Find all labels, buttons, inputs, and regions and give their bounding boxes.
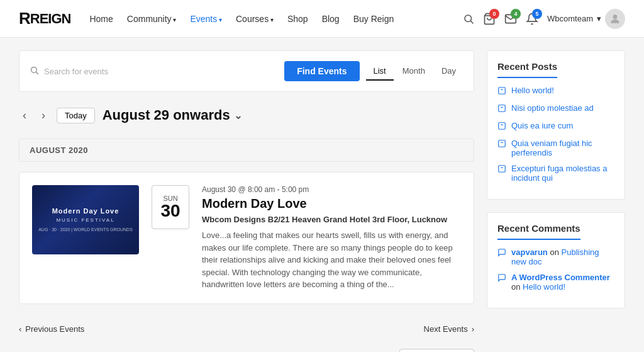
- next-events-label: Next Events: [424, 324, 468, 334]
- svg-point-3: [613, 14, 618, 19]
- next-arrow-icon: ›: [472, 324, 474, 334]
- cart-badge: 0: [489, 9, 499, 19]
- search-placeholder[interactable]: Search for events: [44, 67, 108, 76]
- recent-comments-box: Recent Comments vapvarun on Publishing n…: [487, 212, 625, 309]
- period-text: August 29 onwards: [103, 107, 230, 123]
- post-label: Quia veniam fugiat hic perferendis: [511, 139, 614, 157]
- view-tabs: List Month Day: [366, 62, 464, 81]
- post-icon: [497, 164, 506, 175]
- comments-list: vapvarun on Publishing new doc A WordPre…: [497, 247, 614, 292]
- comment-connector: on: [550, 247, 561, 257]
- recent-posts-title: Recent Posts: [497, 61, 557, 78]
- comment-text: A WordPress Commenter on Hello world!: [511, 273, 614, 292]
- comment-text: vapvarun on Publishing new doc: [511, 247, 614, 266]
- prev-arrow-button[interactable]: ‹: [19, 108, 30, 123]
- prev-events-label: Previous Events: [25, 324, 84, 334]
- search-button[interactable]: [463, 13, 474, 25]
- comment-item: vapvarun on Publishing new doc: [497, 247, 614, 266]
- tab-list[interactable]: List: [366, 62, 394, 81]
- comment-icon: [497, 248, 506, 259]
- user-avatar: [605, 9, 625, 29]
- post-icon: [497, 122, 506, 132]
- period-label: August 29 onwards ⌄: [103, 107, 242, 123]
- sidebar: Recent Posts Hello world! Nisi optio mol…: [487, 50, 625, 352]
- event-image-date: AUG · 30 · 2020 | WORLD EVENTS GROUNDS: [38, 227, 133, 232]
- event-venue-name[interactable]: Wbcom Designs: [202, 215, 265, 224]
- messages-button[interactable]: 4: [504, 13, 517, 25]
- prev-events-button[interactable]: ‹ Previous Events: [19, 324, 84, 334]
- event-image-subtitle: MUSIC FESTIVAL: [56, 217, 114, 223]
- tab-month[interactable]: Month: [395, 62, 433, 81]
- post-icon: [497, 86, 506, 97]
- post-icon: [497, 104, 506, 115]
- comment-author[interactable]: A WordPress Commenter: [511, 273, 610, 282]
- pagination: ‹ Previous Events Next Events ›: [19, 314, 474, 344]
- nav-blog[interactable]: Blog: [322, 14, 340, 24]
- export-wrap: Export Events: [19, 344, 474, 353]
- svg-line-5: [36, 72, 38, 74]
- nav-home[interactable]: Home: [89, 14, 113, 24]
- events-toolbar: Search for events Find Events List Month…: [19, 50, 474, 92]
- post-link[interactable]: Hello world!: [497, 86, 614, 97]
- event-title[interactable]: Modern Day Love: [202, 196, 461, 211]
- event-image: Modern Day Love MUSIC FESTIVAL AUG · 30 …: [32, 185, 139, 254]
- recent-posts-box: Recent Posts Hello world! Nisi optio mol…: [487, 50, 625, 200]
- site-header: RREIGN Home Community Events Courses Sho…: [0, 0, 644, 38]
- search-icon: [30, 65, 39, 77]
- comment-icon: [497, 273, 506, 284]
- recent-comments-title: Recent Comments: [497, 223, 580, 240]
- user-label: Wbcomteam: [547, 14, 593, 23]
- post-icon: [497, 139, 506, 150]
- comment-item: A WordPress Commenter on Hello world!: [497, 273, 614, 292]
- next-arrow-button[interactable]: ›: [38, 108, 49, 123]
- post-label: Nisi optio molestiae ad: [511, 103, 594, 113]
- nav-shop[interactable]: Shop: [287, 14, 308, 24]
- post-link[interactable]: Quia veniam fugiat hic perferendis: [497, 139, 614, 157]
- event-date-box: SUN 30: [152, 185, 189, 229]
- post-link[interactable]: Quis ea iure cum: [497, 121, 614, 132]
- event-venue: Wbcom Designs B2/21 Heaven Grand Hotel 3…: [202, 215, 461, 224]
- nav-courses[interactable]: Courses: [236, 14, 274, 24]
- bell-button[interactable]: 5: [526, 13, 538, 25]
- nav-controls: ‹ › Today August 29 onwards ⌄: [19, 102, 474, 128]
- period-dropdown-icon[interactable]: ⌄: [234, 110, 242, 122]
- cart-button[interactable]: 0: [483, 13, 496, 25]
- event-info: August 30 @ 8:00 am - 5:00 pm Modern Day…: [202, 185, 461, 291]
- svg-point-4: [31, 67, 37, 73]
- nav-events[interactable]: Events: [190, 14, 222, 24]
- event-venue-address: B2/21 Heaven Grand Hotel 3rd Floor, Luck…: [268, 215, 447, 224]
- prev-arrow-icon: ‹: [19, 324, 21, 334]
- main-nav: Home Community Events Courses Shop Blog …: [89, 14, 394, 24]
- tab-day[interactable]: Day: [434, 62, 464, 81]
- post-link[interactable]: Excepturi fuga molestias a incidunt qui: [497, 164, 614, 183]
- user-menu[interactable]: Wbcomteam ▾: [547, 9, 625, 29]
- post-label: Excepturi fuga molestias a incidunt qui: [511, 164, 614, 183]
- nav-community[interactable]: Community: [127, 14, 177, 24]
- comment-post[interactable]: Hello world!: [523, 282, 565, 292]
- find-events-button[interactable]: Find Events: [284, 61, 359, 81]
- event-day: 30: [160, 202, 180, 220]
- event-card: Modern Day Love MUSIC FESTIVAL AUG · 30 …: [19, 172, 474, 304]
- messages-badge: 4: [511, 9, 521, 19]
- post-link[interactable]: Nisi optio molestiae ad: [497, 103, 614, 115]
- today-button[interactable]: Today: [57, 108, 95, 123]
- nav-buy-reign[interactable]: Buy Reign: [353, 14, 394, 24]
- site-logo[interactable]: RREIGN: [19, 9, 70, 28]
- bell-badge: 5: [532, 9, 542, 19]
- month-header: AUGUST 2020: [19, 139, 474, 162]
- user-chevron-icon: ▾: [597, 14, 601, 23]
- post-label: Hello world!: [511, 86, 554, 95]
- export-events-button[interactable]: Export Events: [399, 349, 474, 353]
- svg-point-0: [465, 15, 472, 22]
- event-description: Love...a feeling that makes our hearts s…: [202, 229, 461, 291]
- search-box: Search for events: [30, 65, 274, 77]
- comment-author[interactable]: vapvarun: [511, 247, 548, 257]
- main-content: Search for events Find Events List Month…: [19, 50, 474, 352]
- event-time: August 30 @ 8:00 am - 5:00 pm: [202, 185, 461, 194]
- event-image-title: Modern Day Love: [52, 207, 119, 215]
- svg-line-1: [470, 21, 473, 23]
- posts-list: Hello world! Nisi optio molestiae ad Qui…: [497, 86, 614, 183]
- comment-connector: on: [511, 282, 523, 292]
- next-events-button[interactable]: Next Events ›: [424, 324, 474, 334]
- post-label: Quis ea iure cum: [511, 121, 573, 130]
